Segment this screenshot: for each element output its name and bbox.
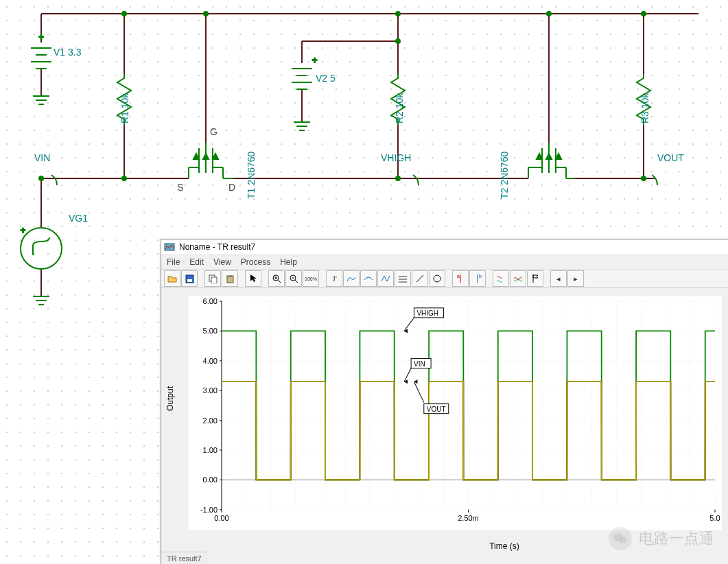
svg-text:VOUT: VOUT [427, 406, 446, 413]
svg-text:1.00: 1.00 [203, 446, 218, 454]
svg-point-69 [396, 176, 400, 180]
next-icon[interactable]: ▸ [567, 270, 584, 287]
plot-y-axis-label: Output [165, 386, 175, 411]
svg-line-154 [404, 368, 411, 382]
line-tool-icon[interactable] [412, 270, 428, 287]
app-icon [164, 242, 175, 252]
flag-icon[interactable] [527, 270, 543, 287]
svg-marker-61 [537, 154, 542, 159]
svg-line-150 [404, 318, 414, 331]
circle-tool-icon[interactable] [429, 270, 445, 287]
drain-pin-label: D [228, 182, 235, 193]
svg-point-66 [547, 12, 551, 16]
menu-help[interactable]: Help [280, 257, 297, 267]
menu-file[interactable]: File [167, 257, 180, 267]
svg-text:5.0: 5.0 [709, 514, 720, 522]
copy-icon[interactable] [204, 270, 221, 287]
svg-text:+: + [21, 226, 25, 235]
svg-marker-51 [213, 154, 218, 159]
plot-x-axis-label: Time (s) [436, 541, 573, 551]
curve-tool-c-icon[interactable] [377, 270, 394, 287]
curve-tool-a-icon[interactable] [343, 270, 360, 287]
menubar: File Edit View Process Help [161, 255, 728, 270]
wave-merge-icon[interactable] [510, 270, 526, 287]
svg-text:0.00: 0.00 [203, 475, 218, 484]
source-pin-label: S [177, 182, 183, 193]
status-tab[interactable]: TR result7 [161, 552, 207, 564]
svg-line-85 [295, 280, 298, 283]
curve-tool-b-icon[interactable] [360, 270, 377, 287]
t2-label: T2 2N6760 [499, 152, 510, 199]
window-title: Noname - TR result7 [179, 242, 255, 252]
svg-point-71 [39, 176, 43, 180]
svg-text:a: a [457, 274, 460, 279]
svg-text:2.00: 2.00 [203, 416, 218, 425]
wave-split-icon[interactable] [493, 270, 509, 287]
svg-point-67 [642, 12, 646, 16]
save-icon[interactable] [181, 270, 198, 287]
prev-icon[interactable]: ◂ [550, 270, 567, 287]
t1-label: T1 2N6760 [246, 152, 257, 199]
svg-text:-1.00: -1.00 [200, 506, 218, 514]
menu-edit[interactable]: Edit [189, 257, 204, 267]
svg-text:6.00: 6.00 [203, 297, 218, 305]
r1-label: R1 10k [119, 93, 130, 124]
svg-text:VIN: VIN [414, 360, 425, 368]
svg-text:2.50m: 2.50m [458, 514, 479, 522]
cursor-a-icon[interactable]: a [452, 270, 469, 287]
svg-line-90 [416, 275, 423, 282]
window-titlebar[interactable]: Noname - TR result7 [161, 239, 728, 255]
svg-point-64 [204, 12, 208, 16]
svg-text:+: + [312, 56, 317, 65]
gate-pin-label: G [210, 126, 218, 137]
svg-text:0.00: 0.00 [214, 514, 228, 522]
svg-text:5.00: 5.00 [203, 327, 218, 335]
svg-line-158 [414, 381, 423, 402]
svg-rect-79 [228, 275, 232, 277]
svg-point-63 [122, 12, 126, 16]
svg-point-65 [396, 12, 400, 16]
cursor-b-icon[interactable]: b [469, 270, 486, 287]
menu-process[interactable]: Process [241, 257, 270, 267]
svg-line-81 [278, 280, 281, 283]
svg-marker-60 [546, 154, 552, 159]
svg-marker-151 [404, 329, 408, 333]
svg-rect-77 [211, 277, 217, 283]
open-icon[interactable] [164, 270, 180, 287]
svg-marker-50 [193, 154, 199, 159]
vhigh-label: VHIGH [381, 152, 411, 163]
lines-icon[interactable] [395, 270, 411, 287]
v2-label: V2 5 [316, 73, 336, 84]
svg-marker-49 [203, 154, 209, 159]
svg-point-72 [396, 39, 400, 43]
svg-rect-75 [187, 279, 192, 282]
svg-text:VHIGH: VHIGH [416, 309, 438, 317]
zoom-out-icon[interactable] [285, 270, 302, 287]
vout-label: VOUT [657, 152, 684, 163]
r3-label: R3 10k [639, 93, 650, 124]
svg-text:3.00: 3.00 [203, 386, 218, 395]
pointer-icon[interactable] [245, 270, 261, 287]
svg-text:+: + [38, 32, 43, 42]
r2-label: R2 10k [394, 93, 405, 124]
svg-point-36 [21, 228, 62, 269]
plot-area[interactable]: -1.000.001.002.003.004.005.006.000.002.5… [189, 296, 722, 530]
toolbar: 100% T a b ◂ ▸ [161, 270, 728, 288]
svg-point-91 [434, 275, 441, 282]
result-window[interactable]: Noname - TR result7 File Edit View Proce… [161, 239, 728, 564]
zoom-fit-icon[interactable]: 100% [303, 270, 319, 287]
svg-text:b: b [479, 274, 482, 279]
menu-view[interactable]: View [213, 257, 231, 267]
vg1-label: VG1 [69, 213, 88, 224]
paste-icon[interactable] [222, 270, 238, 287]
vin-label: VIN [34, 152, 50, 163]
svg-marker-62 [556, 154, 561, 159]
svg-text:4.00: 4.00 [203, 357, 218, 365]
v1-label: V1 3.3 [54, 47, 81, 58]
zoom-in-icon[interactable] [268, 270, 285, 287]
svg-point-70 [642, 176, 646, 180]
svg-point-68 [122, 176, 126, 180]
text-tool-icon[interactable]: T [326, 270, 342, 287]
